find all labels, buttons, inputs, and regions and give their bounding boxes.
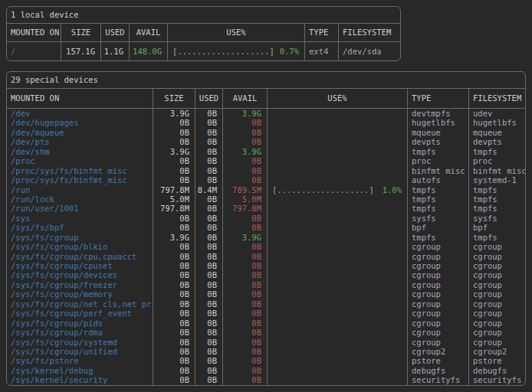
type-cell: cgroup xyxy=(407,261,468,270)
device-row: /sys/fs/cgroup/pids0B0B0Bcgroupcgroup xyxy=(7,318,525,328)
type-cell: cgroup xyxy=(407,289,468,299)
mounted-on-cell: /run xyxy=(7,185,153,194)
column-header-avail: AVAIL xyxy=(222,89,267,108)
mounted-on-cell: /sys/fs/pstore xyxy=(7,356,153,365)
used-cell: 0B xyxy=(195,366,222,375)
size-cell: 0B xyxy=(153,289,195,299)
type-cell: proc xyxy=(407,156,468,165)
use-percent-cell xyxy=(267,194,407,204)
filesystem-cell: securityfs xyxy=(468,375,525,384)
avail-cell: 0B xyxy=(222,289,267,299)
use-percent-cell xyxy=(267,356,407,365)
mounted-on-cell: /proc/sys/fs/binfmt_misc xyxy=(7,166,153,175)
size-cell: 797.8M xyxy=(153,185,195,194)
avail-cell: 0B xyxy=(222,318,267,328)
type-cell: ext4 xyxy=(304,42,338,60)
size-cell: 0B xyxy=(153,270,195,279)
type-cell: binfmt_misc xyxy=(407,166,468,175)
usage-bar: [...................] xyxy=(272,185,374,194)
special-devices-table-title: 29 special devices xyxy=(7,72,525,89)
avail-cell: 0B xyxy=(222,118,267,127)
avail-cell: 797.8M xyxy=(222,204,267,213)
size-cell: 0B xyxy=(153,318,195,328)
device-row: /157.1G1.1G148.0G[...................]0.… xyxy=(7,42,400,60)
type-cell: debugfs xyxy=(407,366,468,375)
mounted-on-cell: /sys/fs/cgroup/rdma xyxy=(7,328,153,337)
type-cell: devpts xyxy=(407,137,468,146)
filesystem-cell: tmpfs xyxy=(468,204,525,213)
use-percent-cell xyxy=(267,242,407,251)
column-header-avail: AVAIL xyxy=(129,24,167,41)
device-row: /run/lock5.0M0B5.0Mtmpfstmpfs xyxy=(7,194,525,204)
type-cell: cgroup xyxy=(407,242,468,251)
mounted-on-cell: /sys/fs/cgroup xyxy=(7,233,153,242)
avail-cell: 0B xyxy=(222,338,267,347)
column-header-used: USED xyxy=(195,89,222,108)
device-row: /dev/mqueue0B0B0Bmqueuemqueue xyxy=(7,128,525,137)
size-cell: 0B xyxy=(153,175,195,185)
device-row: /sys/kernel/security0B0B0Bsecurityfssecu… xyxy=(7,375,525,384)
device-row: /proc/sys/fs/binfmt_misc0B0B0Bbinfmt_mis… xyxy=(7,166,525,175)
filesystem-cell: systemd-1 xyxy=(468,175,525,185)
avail-cell: 789.5M xyxy=(222,185,267,194)
mounted-on-cell: /sys/fs/cgroup/perf_event xyxy=(7,309,153,318)
type-cell: cgroup xyxy=(407,280,468,289)
device-row: /run797.8M8.4M789.5M[...................… xyxy=(7,185,525,194)
column-header-use-: USE% xyxy=(167,24,304,41)
used-cell: 0B xyxy=(195,147,222,156)
used-cell: 0B xyxy=(195,242,222,251)
filesystem-cell: hugetlbfs xyxy=(468,118,525,127)
size-cell: 0B xyxy=(153,328,195,337)
filesystem-cell: binfmt_misc xyxy=(468,166,525,175)
used-cell: 0B xyxy=(195,204,222,213)
used-cell: 8.4M xyxy=(195,185,222,194)
use-percent-cell xyxy=(267,147,407,156)
used-cell: 0B xyxy=(195,175,222,185)
use-percent-cell xyxy=(267,338,407,347)
used-cell: 0B xyxy=(195,128,222,137)
size-cell: 0B xyxy=(153,280,195,289)
device-row: /dev3.9G0B3.9Gdevtmpfsudev xyxy=(7,109,525,118)
used-cell: 0B xyxy=(195,270,222,279)
used-cell: 0B xyxy=(195,289,222,299)
size-cell: 0B xyxy=(153,128,195,137)
type-cell: cgroup xyxy=(407,252,468,261)
mounted-on-cell: /dev/pts xyxy=(7,137,153,146)
type-cell: securityfs xyxy=(407,375,468,384)
mounted-on-cell: /dev/shm xyxy=(7,147,153,156)
device-row: /proc0B0B0Bprocproc xyxy=(7,156,525,165)
avail-cell: 0B xyxy=(222,128,267,137)
avail-cell: 0B xyxy=(222,309,267,318)
mounted-on-cell: /proc xyxy=(7,156,153,165)
mounted-on-cell: /sys/fs/cgroup/systemd xyxy=(7,338,153,347)
size-cell: 0B xyxy=(153,309,195,318)
local-devices-header-row: MOUNTED ONSIZEUSEDAVAILUSE%TYPEFILESYSTE… xyxy=(7,24,400,42)
local-devices-table: 1 local device MOUNTED ONSIZEUSEDAVAILUS… xyxy=(6,6,401,61)
use-percent-cell xyxy=(267,270,407,279)
filesystem-cell: cgroup xyxy=(468,299,525,309)
type-cell: tmpfs xyxy=(407,233,468,242)
used-cell: 0B xyxy=(195,280,222,289)
filesystem-cell: cgroup xyxy=(468,261,525,270)
used-cell: 0B xyxy=(195,356,222,365)
mounted-on-cell: /sys/fs/cgroup/devices xyxy=(7,270,153,279)
avail-cell: 3.9G xyxy=(222,109,267,118)
size-cell: 3.9G xyxy=(153,233,195,242)
type-cell: tmpfs xyxy=(407,194,468,204)
avail-cell: 0B xyxy=(222,347,267,356)
type-cell: devtmpfs xyxy=(407,109,468,118)
usage-percent: 1.0% xyxy=(383,185,402,194)
use-percent-cell xyxy=(267,109,407,118)
used-cell: 0B xyxy=(195,118,222,127)
type-cell: cgroup xyxy=(407,309,468,318)
use-percent-cell xyxy=(267,299,407,309)
use-percent-cell xyxy=(267,223,407,232)
mounted-on-cell: /sys xyxy=(7,214,153,223)
used-cell: 0B xyxy=(195,156,222,165)
device-row: /sys/fs/cgroup/rdma0B0B0Bcgroupcgroup xyxy=(7,328,525,337)
size-cell: 0B xyxy=(153,356,195,365)
filesystem-cell: cgroup xyxy=(468,252,525,261)
size-cell: 0B xyxy=(153,299,195,309)
used-cell: 0B xyxy=(195,261,222,270)
filesystem-cell: udev xyxy=(468,109,525,118)
